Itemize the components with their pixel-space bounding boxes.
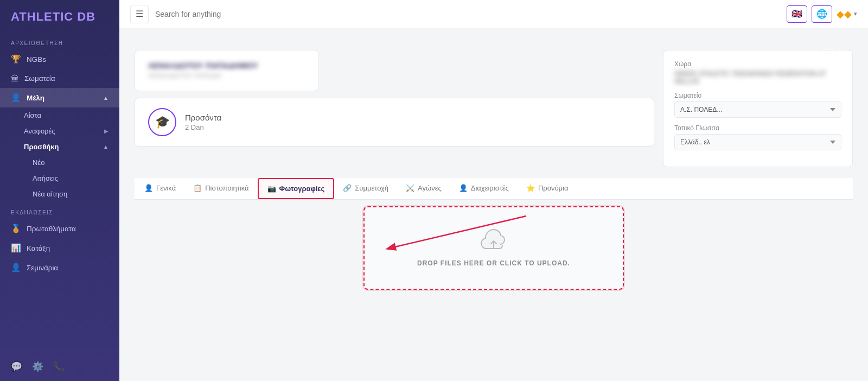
sidebar-item-label: NGBs [27,55,46,63]
logo-text2: DB [77,10,95,23]
somateio-label: Σωματείο [674,92,841,99]
topbar-right: 🇬🇧 🌐 ◆◆ ▾ [787,5,857,23]
tab-label: Γενικά [156,184,176,192]
logo-text1: ATHLETIC [11,10,73,23]
menu-button[interactable]: ☰ [130,5,149,23]
upload-dropzone[interactable]: DROP FILES HERE OR CLICK TO UPLOAD. [363,206,624,290]
graduation-icon: 🎓 [148,108,176,136]
cert-tab-icon: 📋 [193,184,202,192]
somateio-select[interactable]: Α.Σ. ΠΟΛΕΔ... [674,101,841,118]
user-icon: 👤 [11,93,21,103]
local-lang-select[interactable]: Ελλάδ.. ελ [674,134,841,150]
tab-fotografies[interactable]: 📷 Φωτογραφίες [258,178,335,199]
coins-chevron: ▾ [854,10,857,17]
upload-label: DROP FILES HERE OR CLICK TO UPLOAD. [417,259,570,267]
upload-section: DROP FILES HERE OR CLICK TO UPLOAD. [135,206,853,290]
section-label-archeiothisi: ΑΡΧΕΙΟΘΕΤΗΣΗ [0,33,119,49]
country-value: GREEK ATHLETIC TAEKWONDO FEDERATION AT H… [674,70,841,85]
topbar: ☰ 🇬🇧 🌐 ◆◆ ▾ [119,0,868,28]
camera-tab-icon: 📷 [267,185,276,193]
tab-label: Διαχειριστές [471,184,509,192]
qualification-label: Προσόντα [185,113,221,122]
chevron-anafores-icon: ▶ [104,128,108,134]
qualification-card: 🎓 Προσόντα 2 Dan [135,98,654,147]
globe-icon: 🌐 [816,9,827,19]
sidebar-item-meli[interactable]: 👤 Μέλη ▲ [0,88,119,107]
flag-icon: 🇬🇧 [792,9,802,19]
sidebar-sub-prosthiki[interactable]: Προσθήκη ▲ [0,139,119,155]
tabs-bar: 👤 Γενικά 📋 Πιστοποιητικά 📷 Φωτογραφίες 🔗… [135,178,853,200]
sidebar-item-seminaria[interactable]: 👤 Σεμινάρια [0,258,119,277]
sidebar-item-somateía[interactable]: 🏛 Σωματεία [0,69,119,88]
cloud-upload-icon [480,229,508,253]
hamburger-icon: ☰ [136,9,143,19]
chart-icon: 📊 [11,243,21,253]
sidebar-subsub-nea-aitisi[interactable]: Νέα αίτηση [0,186,119,202]
member-name: ΛΕΝΑΛΔΟΤΟΥ ΠΑΠΑΔΗΜΟΥ [148,61,305,70]
coins-button[interactable]: ◆◆ ▾ [837,8,857,20]
user-tab-icon: 👤 [144,184,153,192]
sidebar: ATHLETIC DB ΑΡΧΕΙΟΘΕΤΗΣΗ 🏆 NGBs 🏛 Σωματε… [0,0,119,381]
globe-button[interactable]: 🌐 [812,5,832,23]
tab-symmetochi[interactable]: 🔗 Συμμετοχή [334,178,397,199]
tab-pistopoiitika[interactable]: 📋 Πιστοποιητικά [184,178,257,199]
chat-icon[interactable]: 💬 [11,361,22,372]
qualification-value: 2 Dan [185,123,221,131]
member-sub: ΛΕΝΑΛΔΟΤΟΥ ΠΑΠΑΔΗ [148,72,305,80]
content: ✏️ ΛΕΝΑΛΔΟΤΟΥ ΠΑΠΑΔΗΜΟΥ ΛΕΝΑΛΔΟΤΟΥ ΠΑΠΑΔ… [119,28,868,381]
member-card: ΛΕΝΑΛΔΟΤΟΥ ΠΑΠΑΔΗΜΟΥ ΛΕΝΑΛΔΟΤΟΥ ΠΑΠΑΔΗ [135,50,319,91]
tab-label: Αγώνες [418,184,442,192]
admin-tab-icon: 👤 [459,184,468,192]
cards-panel-row: ΛΕΝΑΛΔΟΤΟΥ ΠΑΠΑΔΗΜΟΥ ΛΕΝΑΛΔΟΤΟΥ ΠΑΠΑΔΗ 🎓… [135,50,853,167]
tab-agones[interactable]: ⚔️ Αγώνες [397,178,450,199]
sidebar-item-label: Σεμινάρια [27,264,58,272]
search-input[interactable] [155,10,780,18]
local-lang-label: Τοπικό Γλώσσα [674,124,841,132]
medal-icon: 🏅 [11,224,21,233]
sidebar-item-label: Πρωταθλήματα [27,225,76,233]
sidebar-sub-anafores[interactable]: Αναφορές ▶ [0,123,119,139]
sidebar-footer: 💬 ⚙️ 📞 [0,352,119,381]
chevron-up-icon: ▲ [103,95,108,101]
sword-tab-icon: ⚔️ [406,184,414,192]
chevron-prosthiki-icon: ▲ [103,144,108,150]
upload-section-wrapper: DROP FILES HERE OR CLICK TO UPLOAD. [135,200,853,290]
sidebar-item-label: Κατάξη [27,244,50,252]
tab-label: Φωτογραφίες [279,185,325,193]
language-button[interactable]: 🇬🇧 [787,5,807,23]
star-tab-icon: ⭐ [526,184,535,192]
sidebar-item-kataxi[interactable]: 📊 Κατάξη [0,238,119,258]
sidebar-subsub-aitiseis[interactable]: Αιτήσεις [0,170,119,186]
settings-icon[interactable]: ⚙️ [32,361,43,372]
sidebar-item-ngbs[interactable]: 🏆 NGBs [0,49,119,69]
logo: ATHLETIC DB [0,0,119,33]
trophy-icon: 🏆 [11,54,21,64]
sidebar-sub-lista[interactable]: Λίστα [0,107,119,123]
tab-genika[interactable]: 👤 Γενικά [136,178,184,199]
tab-label: Συμμετοχή [355,184,388,192]
tab-label: Προνόμια [538,184,569,192]
building-icon: 🏛 [11,74,19,83]
seminar-user-icon: 👤 [11,263,21,272]
tab-label: Πιστοποιητικά [205,184,248,192]
sidebar-item-protathlimata[interactable]: 🏅 Πρωταθλήματα [0,219,119,238]
main-area: ☰ 🇬🇧 🌐 ◆◆ ▾ ✏️ [119,0,868,381]
link-tab-icon: 🔗 [343,184,352,192]
country-label: Χώρα [674,60,841,68]
tab-pronomiia[interactable]: ⭐ Προνόμια [518,178,577,199]
sidebar-subsub-neo[interactable]: Νέο [0,155,119,170]
right-panel: Χώρα GREEK ATHLETIC TAEKWONDO FEDERATION… [663,50,853,167]
tab-diaxeiristis[interactable]: 👤 Διαχειριστές [450,178,518,199]
phone-icon[interactable]: 📞 [53,361,65,372]
sidebar-item-label: Σωματεία [24,74,55,82]
section-label-ekdiloseis: ΕΚΔΗΛΩΣΕΙΣ [0,202,119,219]
sidebar-item-label: Μέλη [27,94,44,102]
page-content-area: 👤 Γενικά 📋 Πιστοποιητικά 📷 Φωτογραφίες 🔗… [135,176,853,368]
coins-icon: ◆◆ [837,8,852,20]
